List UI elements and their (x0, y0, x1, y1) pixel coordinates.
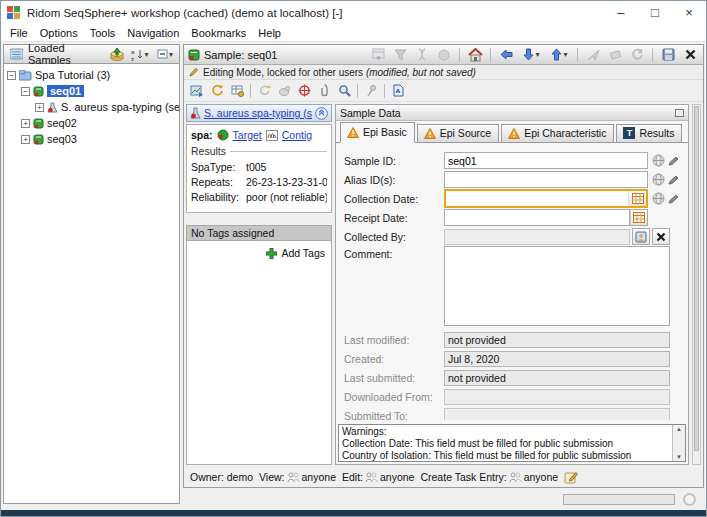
tree-item-seq02[interactable]: + seq02 (21, 115, 179, 131)
people-icon (365, 472, 378, 483)
tree-spa-typing-label: S. aureus spa-typing (seq01) (61, 101, 180, 113)
menu-file[interactable]: File (4, 25, 34, 42)
repeats-row: Repeats:26-23-13-23-31-05-17-25 (191, 176, 327, 188)
tree-seq02-label: seq02 (47, 117, 77, 129)
warning-icon (424, 127, 436, 139)
receipt-date-row: Receipt Date: (344, 208, 682, 227)
menu-options[interactable]: Options (34, 25, 84, 42)
target-icon[interactable] (295, 83, 313, 99)
tree-item-spa-typing[interactable]: + S. aureus spa-typing (seq01) (35, 99, 179, 115)
expand-expander-icon[interactable]: + (21, 135, 30, 144)
sort-icon[interactable]: az ▾ (129, 46, 151, 62)
add-tags-button[interactable]: Add Tags (187, 247, 325, 259)
warnings-scrollbar[interactable]: ▲ ▼ (672, 425, 685, 461)
menu-navigation[interactable]: Navigation (121, 25, 185, 42)
table-save-icon[interactable] (228, 83, 246, 99)
sample-data-tabs: Epi Basic Epi Source Epi Characteristic (336, 121, 688, 143)
toolbar-separator (384, 84, 385, 98)
address-book-button[interactable] (632, 228, 650, 245)
globe-icon[interactable] (652, 173, 665, 186)
task-value: anyone (524, 471, 558, 483)
save-icon[interactable] (659, 47, 677, 63)
close-button[interactable]: × (672, 1, 706, 25)
menu-bookmarks[interactable]: Bookmarks (185, 25, 252, 42)
receipt-date-input[interactable] (444, 209, 630, 226)
pen-icon[interactable] (667, 174, 680, 186)
collection-date-input[interactable] (446, 191, 628, 206)
tab-epi-source[interactable]: Epi Source (417, 124, 499, 142)
recalculate-icon[interactable] (208, 83, 226, 99)
toolbar-separator (490, 48, 491, 62)
epi-basic-form: Sample ID: Alias ID(s): (336, 143, 688, 420)
collapse-task-icon[interactable] (315, 107, 328, 120)
tab-results[interactable]: T Results (616, 124, 682, 142)
tab-label: Epi Characteristic (524, 127, 606, 139)
view-value: anyone (302, 471, 336, 483)
minimize-button[interactable]: – (604, 1, 638, 25)
calendar-button[interactable] (630, 209, 648, 226)
submitted-to-row: Submitted To: (344, 406, 682, 420)
tree-item-seq03[interactable]: + seq03 (21, 131, 179, 147)
alias-ids-input[interactable] (444, 171, 648, 188)
clear-field-button[interactable] (652, 228, 670, 245)
target-link[interactable]: Target (233, 129, 262, 141)
window-title: Ridom SeqSphere+ workshop (cached) (demo… (27, 7, 342, 19)
home-icon[interactable] (466, 47, 484, 63)
submitted-to-label: Submitted To: (344, 410, 444, 421)
tree-item-seq01[interactable]: − seq01 (21, 83, 179, 99)
sample-icon (33, 118, 44, 129)
back-arrow-icon[interactable] (497, 47, 515, 63)
pen-icon[interactable] (667, 155, 680, 167)
scroll-up-icon[interactable]: ▲ (676, 426, 682, 432)
warning-line: Country of Isolation: This field must be… (342, 450, 669, 461)
task-flask-icon (190, 107, 201, 119)
toolbar-separator (357, 84, 358, 98)
menu-tools[interactable]: Tools (84, 25, 122, 42)
window-controls: – □ × (604, 1, 706, 25)
sample-id-label: Sample ID: (344, 155, 444, 167)
sort-caret-icon: ▾ (144, 50, 148, 59)
tab-epi-basic[interactable]: Epi Basic (340, 122, 415, 143)
title-bar: Ridom SeqSphere+ workshop (cached) (demo… (1, 1, 706, 25)
scrollbar-thumb[interactable] (694, 106, 699, 451)
expand-expander-icon[interactable]: + (35, 103, 44, 112)
spa-row: spa: Target Contig (191, 129, 327, 141)
search-database-icon[interactable] (335, 83, 353, 99)
sample-id-input[interactable] (444, 152, 648, 169)
edit-permissions-icon[interactable] (564, 471, 578, 484)
restore-panel-icon[interactable] (675, 109, 684, 117)
svg-text:z: z (131, 56, 134, 61)
sample-icon (33, 134, 44, 145)
loaded-samples-panel: Loaded Samples az ▾ ▾ − Spa Tut (3, 44, 180, 504)
import-samples-icon[interactable] (108, 46, 126, 62)
submitted-to-field (444, 408, 670, 421)
form-scrollbar[interactable] (692, 104, 701, 465)
last-modified-label: Last modified: (344, 334, 444, 346)
scroll-down-icon[interactable]: ▼ (676, 454, 682, 460)
collapse-expander-icon[interactable]: − (21, 87, 30, 96)
expand-expander-icon[interactable]: + (21, 119, 30, 128)
task-link[interactable]: S. aureus spa-typing (seq01) (204, 107, 312, 119)
tree-item-root[interactable]: − Spa Tutorial (3) (7, 67, 179, 83)
menu-help[interactable]: Help (252, 25, 287, 42)
progress-bar (563, 494, 675, 505)
collapse-all-icon[interactable]: ▾ (154, 46, 176, 62)
up-arrow-icon[interactable]: ▾ (547, 47, 571, 63)
collapse-expander-icon[interactable]: − (7, 71, 16, 80)
down-arrow-icon[interactable]: ▾ (519, 47, 543, 63)
globe-icon[interactable] (652, 192, 665, 205)
pen-icon[interactable] (667, 193, 680, 205)
close-sample-icon[interactable] (681, 47, 699, 63)
view-label: View: (259, 471, 285, 483)
tab-label: Epi Source (440, 127, 491, 139)
globe-icon[interactable] (652, 154, 665, 167)
comment-textarea[interactable] (444, 246, 670, 326)
spatype-value: t005 (246, 161, 266, 173)
tab-epi-characteristic[interactable]: Epi Characteristic (501, 124, 614, 142)
maximize-button[interactable]: □ (638, 1, 672, 25)
export-image-icon[interactable] (188, 83, 206, 99)
calendar-button[interactable] (628, 191, 646, 206)
contig-link[interactable]: Contig (282, 129, 312, 141)
report-doc-icon[interactable] (389, 83, 407, 99)
attachment-icon[interactable] (315, 83, 333, 99)
